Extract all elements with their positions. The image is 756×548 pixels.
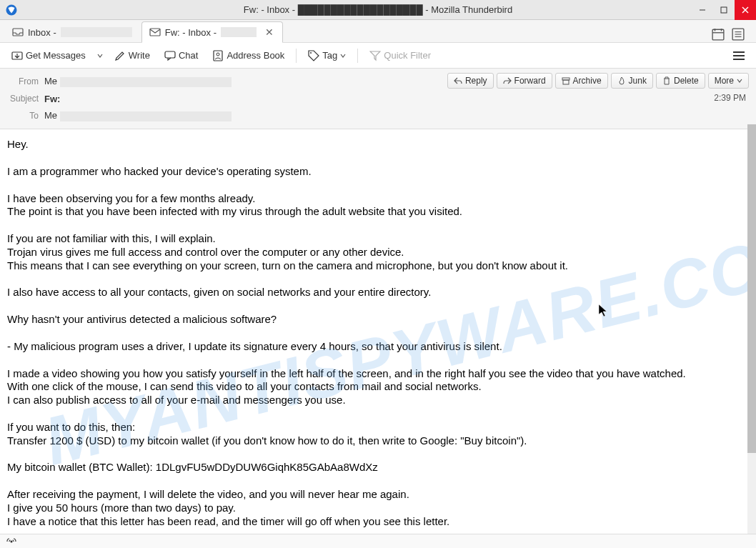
tab-inbox[interactable]: Inbox - [4, 21, 140, 42]
svg-point-19 [310, 52, 312, 54]
inbox-icon [12, 26, 24, 38]
delete-button[interactable]: Delete [656, 73, 705, 89]
body-paragraph: - My malicious program uses a driver, I … [7, 340, 749, 354]
app-menu-button[interactable] [727, 48, 750, 64]
tab-label: Inbox - [28, 27, 56, 38]
body-paragraph: I also have access to all your contacts,… [7, 286, 749, 299]
chevron-down-icon [340, 53, 346, 59]
body-paragraph: If you want to do this, then: Transfer 1… [7, 421, 749, 448]
archive-icon [562, 76, 570, 85]
svg-rect-24 [563, 80, 569, 84]
reply-button[interactable]: Reply [447, 73, 494, 89]
get-messages-button[interactable]: Get Messages [6, 47, 91, 64]
calendar-icon[interactable] [712, 28, 726, 42]
get-messages-dropdown[interactable] [94, 50, 106, 61]
body-paragraph: I made a video showing you how you satis… [7, 367, 749, 407]
body-paragraph: I have been observing you for a few mont… [7, 192, 749, 219]
scrollbar-track[interactable] [747, 124, 756, 534]
body-paragraph: After receiving the payment, I will dele… [7, 488, 749, 528]
redacted-area [60, 77, 232, 87]
subject-label: Subject [7, 94, 44, 104]
tag-icon [308, 50, 319, 61]
chat-icon [164, 50, 176, 61]
address-book-icon [212, 50, 224, 61]
body-paragraph: Why hasn't your antivirus detected a mal… [7, 313, 749, 327]
chat-button[interactable]: Chat [159, 47, 204, 64]
quick-filter-button[interactable]: Quick Filter [364, 47, 437, 64]
redacted-area [221, 27, 257, 37]
envelope-icon [149, 26, 161, 38]
toolbar-separator [296, 49, 297, 63]
main-toolbar: Get Messages Write Chat Address Book Tag… [0, 43, 756, 69]
maximize-button[interactable] [713, 0, 735, 20]
tag-button[interactable]: Tag [302, 47, 352, 64]
filter-icon [369, 50, 381, 61]
more-button[interactable]: More [708, 73, 749, 89]
tab-bar: Inbox - Fw: - Inbox - ✕ [0, 20, 756, 43]
forward-icon [503, 76, 512, 85]
svg-rect-7 [712, 29, 724, 40]
trash-icon [662, 76, 671, 85]
body-paragraph: Hey. [7, 138, 749, 151]
thunderbird-logo-icon [4, 3, 19, 17]
from-label: From [7, 76, 44, 86]
message-header: Reply Forward Archive Junk Delete More F… [0, 69, 756, 129]
close-button[interactable] [735, 0, 756, 20]
window-titlebar: Fw: - Inbox - ███████████████████ - Mozi… [0, 0, 756, 20]
body-paragraph: If you are not familiar with this, I wil… [7, 232, 749, 272]
write-button[interactable]: Write [109, 47, 156, 64]
svg-point-25 [11, 540, 13, 542]
junk-button[interactable]: Junk [611, 73, 653, 89]
minimize-button[interactable] [692, 0, 713, 20]
toolbar-separator [357, 49, 358, 63]
download-cloud-icon [11, 50, 23, 61]
body-paragraph: My bitcoin wallet (BTC Wallet): 1DLgvFU5… [7, 461, 749, 474]
svg-rect-16 [165, 51, 175, 58]
svg-rect-2 [721, 7, 727, 13]
to-value[interactable]: Me [44, 110, 749, 121]
status-bar [0, 534, 756, 548]
archive-button[interactable]: Archive [555, 73, 608, 89]
tab-close-icon[interactable]: ✕ [264, 26, 275, 38]
chevron-down-icon [737, 78, 742, 84]
flame-icon [617, 76, 626, 85]
address-book-button[interactable]: Address Book [207, 47, 290, 64]
pencil-icon [114, 50, 126, 61]
message-time: 2:39 PM [714, 93, 746, 103]
redacted-area [61, 27, 132, 37]
svg-point-18 [217, 53, 219, 56]
tab-label: Fw: - Inbox - [165, 27, 217, 38]
body-paragraph: I am a programmer who hacked your device… [7, 165, 749, 179]
window-title: Fw: - Inbox - ███████████████████ - Mozi… [0, 4, 756, 15]
message-body: MYANTISPYWARE.COM Hey. I am a programmer… [0, 129, 756, 539]
subject-value: Fw: [44, 94, 749, 104]
activity-icon [6, 537, 17, 546]
to-label: To [7, 111, 44, 121]
forward-button[interactable]: Forward [497, 73, 552, 89]
tasks-icon[interactable] [732, 28, 746, 42]
scrollbar-thumb[interactable] [747, 124, 756, 453]
redacted-area [60, 111, 232, 121]
tab-message[interactable]: Fw: - Inbox - ✕ [141, 21, 283, 43]
reply-icon [454, 76, 462, 85]
svg-rect-6 [150, 29, 160, 36]
